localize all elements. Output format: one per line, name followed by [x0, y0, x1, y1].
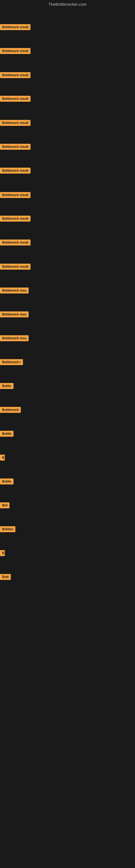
- bottleneck-item-12[interactable]: Bottleneck resu: [0, 287, 29, 294]
- bottleneck-badge-15: Bottleneck r: [0, 359, 23, 365]
- bottleneck-item-8[interactable]: Bottleneck result: [0, 192, 31, 199]
- bottleneck-badge-6: Bottleneck result: [0, 144, 31, 150]
- bottleneck-badge-13: Bottleneck resu: [0, 311, 29, 317]
- bottleneck-badge-11: Bottleneck result: [0, 264, 31, 270]
- bottleneck-badge-12: Bottleneck resu: [0, 287, 29, 293]
- site-title: TheBottlenecker.com: [0, 0, 135, 9]
- bottleneck-item-17[interactable]: Bottleneck: [0, 407, 21, 414]
- bottleneck-item-5[interactable]: Bottleneck result: [0, 120, 31, 127]
- bottleneck-badge-5: Bottleneck result: [0, 120, 31, 126]
- bottleneck-item-22[interactable]: Bottlen: [0, 526, 15, 533]
- bottleneck-badge-19: B: [0, 455, 5, 461]
- bottleneck-item-13[interactable]: Bottleneck resu: [0, 311, 29, 318]
- bottleneck-badge-24: Bott: [0, 574, 11, 580]
- bottleneck-badge-1: Bottleneck result: [0, 24, 31, 30]
- bottleneck-badge-8: Bottleneck result: [0, 192, 31, 198]
- bottleneck-item-9[interactable]: Bottleneck result: [0, 216, 31, 223]
- bottleneck-badge-23: B: [0, 550, 5, 556]
- bottleneck-badge-4: Bottleneck result: [0, 96, 31, 102]
- bottleneck-item-1[interactable]: Bottleneck result: [0, 24, 31, 31]
- bottleneck-item-10[interactable]: Bottleneck result: [0, 240, 31, 247]
- bottleneck-badge-18: Bottle: [0, 431, 13, 437]
- bottleneck-badge-9: Bottleneck result: [0, 216, 31, 222]
- bottleneck-badge-3: Bottleneck result: [0, 72, 31, 78]
- bottleneck-item-18[interactable]: Bottle: [0, 431, 13, 438]
- bottleneck-badge-10: Bottleneck result: [0, 240, 31, 246]
- bottleneck-item-11[interactable]: Bottleneck result: [0, 264, 31, 271]
- bottleneck-badge-14: Bottleneck resu: [0, 335, 29, 341]
- bottleneck-item-14[interactable]: Bottleneck resu: [0, 335, 29, 342]
- bottleneck-item-21[interactable]: Bot: [0, 502, 9, 509]
- bottleneck-item-2[interactable]: Bottleneck result: [0, 48, 31, 55]
- bottleneck-item-16[interactable]: Bottle: [0, 383, 13, 390]
- bottleneck-item-20[interactable]: Bottle: [0, 478, 13, 486]
- bottleneck-item-7[interactable]: Bottleneck result: [0, 167, 31, 175]
- bottleneck-badge-22: Bottlen: [0, 526, 15, 532]
- bottleneck-badge-7: Bottleneck result: [0, 167, 31, 174]
- bottleneck-badge-2: Bottleneck result: [0, 48, 31, 54]
- bottleneck-item-23[interactable]: B: [0, 550, 5, 557]
- bottleneck-badge-20: Bottle: [0, 478, 13, 485]
- bottleneck-item-15[interactable]: Bottleneck r: [0, 359, 23, 366]
- bottleneck-item-19[interactable]: B: [0, 455, 5, 462]
- bottleneck-item-4[interactable]: Bottleneck result: [0, 96, 31, 103]
- bottleneck-badge-17: Bottleneck: [0, 407, 21, 413]
- bottleneck-badge-21: Bot: [0, 502, 9, 508]
- bottleneck-badge-16: Bottle: [0, 383, 13, 389]
- bottleneck-item-3[interactable]: Bottleneck result: [0, 72, 31, 79]
- bottleneck-item-6[interactable]: Bottleneck result: [0, 144, 31, 151]
- bottleneck-item-24[interactable]: Bott: [0, 574, 11, 581]
